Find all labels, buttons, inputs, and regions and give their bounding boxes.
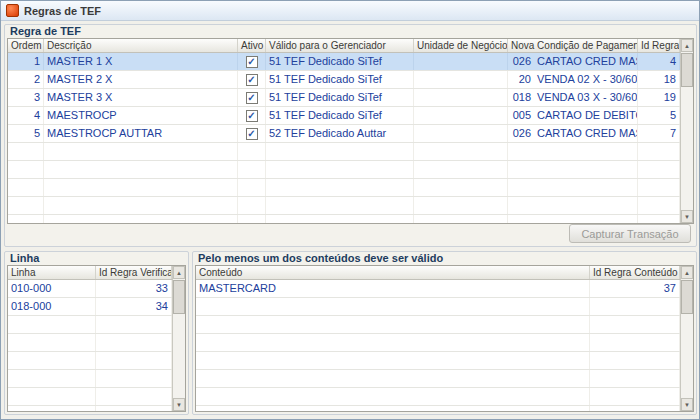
table-row-empty[interactable] — [8, 143, 680, 161]
cell-id-regra-conteudo[interactable]: 37 — [590, 280, 680, 297]
table-row-empty[interactable] — [8, 161, 680, 179]
cell-id-regra-verificar[interactable]: 34 — [96, 298, 172, 315]
ativo-checkbox[interactable] — [246, 74, 258, 86]
ativo-checkbox[interactable] — [246, 56, 258, 68]
table-row-empty[interactable] — [196, 298, 680, 316]
scroll-down-button[interactable] — [173, 398, 185, 411]
cell-id-regra[interactable]: 4 — [638, 53, 680, 70]
linha-grid-body[interactable]: 010-000 33 018-000 34 — [8, 280, 172, 411]
cell-ordem[interactable]: 3 — [8, 89, 44, 106]
cell-ativo[interactable] — [238, 89, 266, 106]
col-header-id-regra-conteudo[interactable]: Id Regra Conteúdo — [590, 266, 680, 279]
conteudo-grid-body[interactable]: MASTERCARD 37 — [196, 280, 680, 411]
scroll-down-button[interactable] — [681, 398, 693, 411]
table-row[interactable]: 3 MASTER 3 X 51 TEF Dedicado SiTef 018VE… — [8, 89, 680, 107]
col-header-conteudo[interactable]: Conteúdo — [196, 266, 590, 279]
titlebar[interactable]: Regras de TEF — [1, 1, 699, 21]
capturar-transacao-button[interactable]: Capturar Transação — [569, 224, 691, 243]
scroll-up-button[interactable] — [681, 39, 693, 52]
table-row[interactable]: 1 MASTER 1 X 51 TEF Dedicado SiTef 026CA… — [8, 53, 680, 71]
scrollbar-thumb[interactable] — [173, 280, 185, 314]
cell-ativo[interactable] — [238, 53, 266, 70]
cell-condicao[interactable]: 026CARTAO CRED MASTERCARD — [508, 125, 638, 142]
col-header-ativo[interactable]: Ativo — [238, 39, 266, 52]
cell-ativo[interactable] — [238, 71, 266, 88]
cell-id-regra[interactable]: 5 — [638, 107, 680, 124]
table-row-empty[interactable] — [8, 406, 172, 411]
cell-condicao[interactable]: 026CARTAO CRED MASTERCARD — [508, 53, 638, 70]
table-row[interactable]: 018-000 34 — [8, 298, 172, 316]
regras-grid-body[interactable]: 1 MASTER 1 X 51 TEF Dedicado SiTef 026CA… — [8, 53, 680, 223]
scrollbar-thumb[interactable] — [681, 280, 693, 314]
table-row[interactable]: MASTERCARD 37 — [196, 280, 680, 298]
table-row-empty[interactable] — [8, 334, 172, 352]
cell-condicao[interactable]: 005CARTAO DE DEBITO — [508, 107, 638, 124]
cell-ordem[interactable]: 1 — [8, 53, 44, 70]
cell-descricao[interactable]: MASTER 3 X — [44, 89, 238, 106]
cell-gerenciador[interactable]: 51 TEF Dedicado SiTef — [266, 53, 414, 70]
vertical-scrollbar[interactable] — [172, 266, 185, 411]
cell-ativo[interactable] — [238, 125, 266, 142]
table-row-empty[interactable] — [8, 388, 172, 406]
vertical-scrollbar[interactable] — [680, 266, 693, 411]
cell-id-regra[interactable]: 19 — [638, 89, 680, 106]
cell-id-regra[interactable]: 18 — [638, 71, 680, 88]
scroll-down-button[interactable] — [681, 210, 693, 223]
table-row-empty[interactable] — [8, 316, 172, 334]
linha-grid[interactable]: Linha Id Regra Verificar 010-000 33 018-… — [7, 265, 186, 412]
cell-gerenciador[interactable]: 52 TEF Dedicado Auttar — [266, 125, 414, 142]
ativo-checkbox[interactable] — [246, 110, 258, 122]
conteudo-grid[interactable]: Conteúdo Id Regra Conteúdo MASTERCARD 37 — [195, 265, 694, 412]
table-row-empty[interactable] — [196, 316, 680, 334]
cell-unidade[interactable] — [414, 107, 508, 124]
cell-descricao[interactable]: MAESTROCP — [44, 107, 238, 124]
table-row-empty[interactable] — [8, 370, 172, 388]
cell-unidade[interactable] — [414, 89, 508, 106]
table-row[interactable]: 5 MAESTROCP AUTTAR 52 TEF Dedicado Autta… — [8, 125, 680, 143]
cell-id-regra[interactable]: 7 — [638, 125, 680, 142]
table-row[interactable]: 2 MASTER 2 X 51 TEF Dedicado SiTef 20VEN… — [8, 71, 680, 89]
table-row-empty[interactable] — [196, 370, 680, 388]
col-header-ordem[interactable]: Ordem — [8, 39, 44, 52]
cell-descricao[interactable]: MAESTROCP AUTTAR — [44, 125, 238, 142]
scrollbar-track[interactable] — [681, 52, 693, 210]
scroll-up-button[interactable] — [173, 266, 185, 279]
col-header-linha[interactable]: Linha — [8, 266, 96, 279]
table-row-empty[interactable] — [8, 352, 172, 370]
table-row-empty[interactable] — [8, 215, 680, 223]
ativo-checkbox[interactable] — [246, 128, 258, 140]
cell-gerenciador[interactable]: 51 TEF Dedicado SiTef — [266, 71, 414, 88]
cell-gerenciador[interactable]: 51 TEF Dedicado SiTef — [266, 89, 414, 106]
table-row-empty[interactable] — [196, 334, 680, 352]
scroll-up-button[interactable] — [681, 266, 693, 279]
cell-id-regra-verificar[interactable]: 33 — [96, 280, 172, 297]
table-row-empty[interactable] — [196, 388, 680, 406]
table-row-empty[interactable] — [196, 352, 680, 370]
cell-unidade[interactable] — [414, 71, 508, 88]
table-row[interactable]: 010-000 33 — [8, 280, 172, 298]
col-header-gerenciador[interactable]: Válido para o Gerenciador — [266, 39, 414, 52]
col-header-descricao[interactable]: Descrição — [44, 39, 238, 52]
regras-grid[interactable]: Ordem Descrição Ativo Válido para o Gere… — [7, 38, 694, 224]
cell-condicao[interactable]: 20VENDA 02 X - 30/60DD — [508, 71, 638, 88]
cell-condicao[interactable]: 018VENDA 03 X - 30/60/90/ — [508, 89, 638, 106]
scrollbar-track[interactable] — [173, 279, 185, 398]
cell-ativo[interactable] — [238, 107, 266, 124]
col-header-condicao[interactable]: Nova Condição de Pagamento — [508, 39, 638, 52]
cell-unidade[interactable] — [414, 53, 508, 70]
vertical-scrollbar[interactable] — [680, 39, 693, 223]
table-row-empty[interactable] — [8, 179, 680, 197]
cell-ordem[interactable]: 4 — [8, 107, 44, 124]
cell-linha[interactable]: 018-000 — [8, 298, 96, 315]
cell-unidade[interactable] — [414, 125, 508, 142]
col-header-unidade[interactable]: Unidade de Negócio — [414, 39, 508, 52]
ativo-checkbox[interactable] — [246, 92, 258, 104]
cell-ordem[interactable]: 2 — [8, 71, 44, 88]
table-row[interactable]: 4 MAESTROCP 51 TEF Dedicado SiTef 005CAR… — [8, 107, 680, 125]
table-row-empty[interactable] — [196, 406, 680, 411]
cell-descricao[interactable]: MASTER 1 X — [44, 53, 238, 70]
col-header-id-regra-verificar[interactable]: Id Regra Verificar — [96, 266, 172, 279]
cell-linha[interactable]: 010-000 — [8, 280, 96, 297]
cell-descricao[interactable]: MASTER 2 X — [44, 71, 238, 88]
cell-conteudo[interactable]: MASTERCARD — [196, 280, 590, 297]
